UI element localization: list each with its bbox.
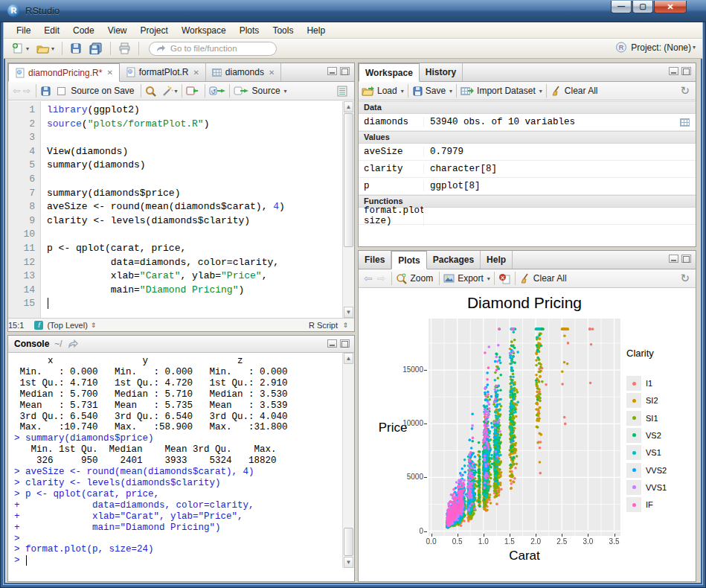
panel-maximize-button[interactable] [340, 339, 350, 348]
legend-key [626, 445, 641, 460]
menu-item-code[interactable]: Code [66, 24, 101, 37]
panel-minimize-button[interactable] [669, 67, 678, 75]
menu-item-edit[interactable]: Edit [37, 24, 66, 37]
close-icon[interactable]: ✕ [269, 68, 275, 77]
close-icon[interactable]: ✕ [106, 68, 112, 77]
source-button[interactable]: Source [252, 86, 280, 96]
goto-directory-icon[interactable] [68, 339, 79, 348]
rerun-icon[interactable]: ↺ [209, 86, 225, 96]
panel-maximize-button[interactable] [340, 67, 350, 75]
print-button[interactable] [116, 41, 133, 56]
object-name: format.plot(plot, size) [359, 205, 424, 226]
legend-key [626, 463, 641, 478]
back-icon[interactable]: ⇦ [364, 272, 373, 284]
save-button[interactable]: Save [426, 86, 446, 96]
import-dataset-button[interactable]: Import Dataset [477, 86, 536, 96]
zoom-button[interactable]: Zoom [410, 273, 433, 284]
remove-plot-icon[interactable]: ✕ [498, 273, 511, 284]
legend-label: VS2 [646, 431, 661, 440]
new-file-button[interactable]: ▾ [10, 41, 31, 56]
tab-formatplot[interactable]: R formatPlot.R ✕ [120, 63, 206, 81]
x-tick-mark [431, 534, 432, 537]
compile-notebook-icon[interactable] [336, 86, 348, 97]
file-type-selector[interactable]: R Script [309, 321, 338, 330]
back-icon[interactable]: ⇦ [13, 86, 20, 96]
refresh-icon[interactable]: ↻ [680, 272, 690, 285]
workspace-object-row[interactable]: aveSize0.7979 [359, 144, 696, 161]
save-icon[interactable] [412, 86, 423, 97]
menu-item-view[interactable]: View [101, 24, 134, 37]
editor-caret [48, 298, 48, 309]
broom-icon[interactable] [519, 273, 531, 284]
tab-packages[interactable]: Packages [427, 251, 481, 269]
refresh-icon[interactable]: ↻ [680, 84, 690, 98]
code-editor[interactable]: 123456789101112131415 library(ggplot2)so… [8, 101, 342, 318]
menu-item-project[interactable]: Project [134, 24, 175, 37]
menu-item-file[interactable]: File [10, 24, 37, 37]
panel-minimize-button[interactable] [327, 67, 337, 75]
scroll-up-icon[interactable]: ▲ [344, 353, 353, 364]
broom-icon[interactable] [551, 86, 562, 97]
save-button[interactable] [68, 41, 84, 56]
panel-minimize-button[interactable] [327, 339, 337, 348]
close-button[interactable]: ✕ [654, 1, 687, 13]
console-path: ~/ [54, 339, 62, 349]
console-output[interactable]: x y z Min. : 0.000 Min. : 0.000 Min. : 0… [8, 353, 342, 581]
maximize-button[interactable]: ▢ [632, 1, 653, 13]
workspace-object-row[interactable]: claritycharacter[8] [359, 161, 696, 178]
save-all-button[interactable] [87, 41, 105, 56]
scope-selector[interactable]: (Top Level) [47, 321, 87, 330]
load-button[interactable]: Load [377, 86, 397, 96]
editor-scrollbar[interactable]: ▲ ▼ [342, 101, 354, 318]
clear-all-button[interactable]: Clear All [533, 273, 567, 284]
magic-wand-icon[interactable] [161, 86, 173, 97]
run-icon[interactable] [186, 86, 201, 96]
workspace-object-row[interactable]: format.plot(plot, size) [359, 208, 696, 225]
r-file-icon: R [15, 68, 25, 78]
zoom-icon[interactable] [396, 273, 408, 284]
scrollbar-thumb[interactable] [344, 113, 353, 247]
scroll-down-icon[interactable]: ▼ [344, 307, 353, 318]
project-menu-button[interactable]: R Project: (None) ▾ [615, 42, 696, 53]
panel-maximize-button[interactable] [681, 255, 691, 263]
tab-workspace[interactable]: Workspace [359, 63, 420, 82]
tab-help[interactable]: Help [481, 251, 513, 269]
code-token: , ylab= [180, 270, 221, 281]
export-icon[interactable] [443, 273, 455, 284]
tab-plots[interactable]: Plots [391, 251, 426, 269]
menu-item-tools[interactable]: Tools [266, 24, 300, 37]
panel-minimize-button[interactable] [669, 255, 678, 263]
source-run-icon[interactable] [234, 86, 250, 96]
scroll-down-icon[interactable]: ▼ [344, 557, 353, 568]
line-number-gutter: 123456789101112131415 [8, 101, 41, 318]
menu-item-workspace[interactable]: Workspace [175, 24, 233, 37]
view-data-icon[interactable] [680, 118, 690, 127]
panel-maximize-button[interactable] [681, 67, 691, 75]
minimize-button[interactable]: — [611, 1, 632, 13]
save-icon[interactable] [40, 86, 51, 97]
load-folder-icon[interactable] [362, 86, 375, 97]
goto-file-function-input[interactable]: Go to file/function [149, 42, 277, 56]
console-scrollbar[interactable]: ▲ ▼ [342, 353, 354, 568]
tab-diamonds[interactable]: diamonds ✕ [206, 63, 281, 81]
scroll-up-icon[interactable]: ▲ [344, 101, 353, 112]
tab-files[interactable]: Files [359, 251, 391, 269]
legend-item-vs1: VS1 [626, 445, 682, 460]
open-file-button[interactable]: ▾ [34, 41, 57, 56]
forward-icon[interactable]: ⇨ [23, 86, 31, 96]
workspace-tab-bar: Workspace History [359, 63, 696, 82]
workspace-object-row[interactable]: diamonds53940 obs. of 10 variables [359, 114, 696, 131]
tab-diamondpricing[interactable]: R diamondPricing.R* ✕ [8, 63, 120, 82]
workspace-object-row[interactable]: pggplot[8] [359, 178, 696, 195]
source-on-save-checkbox[interactable] [57, 87, 65, 95]
menu-item-plots[interactable]: Plots [233, 24, 266, 37]
clear-all-button[interactable]: Clear All [565, 86, 598, 96]
menu-item-help[interactable]: Help [300, 24, 332, 37]
close-icon[interactable]: ✕ [193, 68, 199, 77]
tab-history[interactable]: History [420, 63, 463, 81]
export-button[interactable]: Export [458, 273, 484, 284]
x-tick-label: 2.0 [524, 537, 547, 546]
search-icon[interactable] [145, 86, 157, 97]
scatter-plot-canvas [429, 319, 620, 536]
scrollbar-thumb[interactable] [344, 528, 353, 556]
